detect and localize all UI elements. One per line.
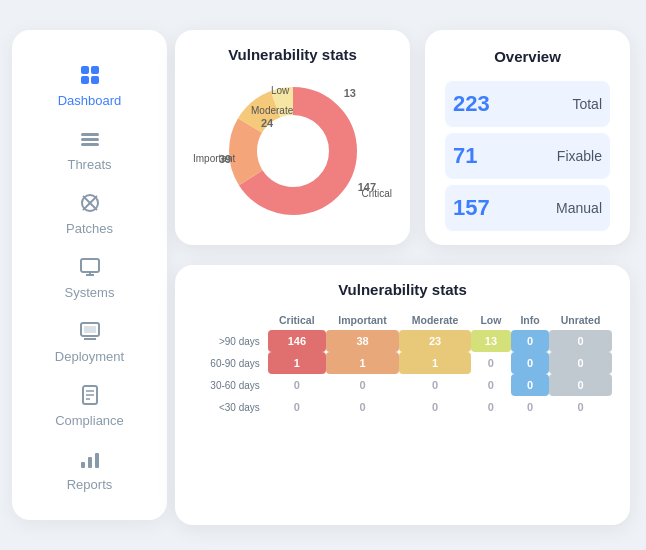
table-card-title: Vulnerability stats (193, 281, 612, 298)
cell-unrated-30: 0 (549, 396, 612, 418)
sidebar: Dashboard Threats Patches (12, 30, 167, 520)
table-row: >90 days 146 38 23 13 0 0 (193, 330, 612, 352)
overview-fixable-label: Fixable (557, 148, 602, 164)
compliance-icon (79, 384, 101, 409)
th-critical: Critical (268, 310, 326, 330)
systems-icon (79, 256, 101, 281)
table-row: <30 days 0 0 0 0 0 0 (193, 396, 612, 418)
dashboard-icon (79, 64, 101, 89)
overview-manual-row: 157 Manual (445, 185, 610, 231)
table-row: 30-60 days 0 0 0 0 0 0 (193, 374, 612, 396)
row-label-3060: 30-60 days (193, 374, 268, 396)
svg-rect-20 (81, 462, 85, 468)
svg-rect-10 (81, 259, 99, 272)
label-moderate: Moderate (251, 105, 293, 116)
svg-rect-3 (91, 76, 99, 84)
sidebar-item-compliance[interactable]: Compliance (12, 374, 167, 438)
svg-rect-5 (81, 138, 99, 141)
svg-point-27 (273, 131, 313, 171)
cell-important-90: 38 (326, 330, 400, 352)
sidebar-item-threats[interactable]: Threats (12, 118, 167, 182)
cell-important-3060: 0 (326, 374, 400, 396)
patches-icon (79, 192, 101, 217)
overview-fixable-row: 71 Fixable (445, 133, 610, 179)
cell-low-90: 13 (471, 330, 511, 352)
svg-rect-2 (81, 76, 89, 84)
overview-card: Overview 223 Total 71 Fixable 157 Manual (425, 30, 630, 245)
donut-chart-area: Low Moderate Important Critical 13 24 39… (191, 73, 394, 228)
sidebar-item-patches[interactable]: Patches (12, 182, 167, 246)
sidebar-label-patches: Patches (66, 221, 113, 236)
cell-important-30: 0 (326, 396, 400, 418)
sidebar-label-threats: Threats (67, 157, 111, 172)
overview-total-number: 223 (453, 91, 490, 117)
sidebar-item-deployment[interactable]: Deployment (12, 310, 167, 374)
cell-moderate-30: 0 (399, 396, 470, 418)
overview-fixable-number: 71 (453, 143, 477, 169)
cell-low-30: 0 (471, 396, 511, 418)
svg-rect-4 (81, 133, 99, 136)
cell-important-6090: 1 (326, 352, 400, 374)
cell-critical-3060: 0 (268, 374, 326, 396)
svg-rect-6 (81, 143, 99, 146)
cell-info-90: 0 (511, 330, 549, 352)
row-label-30: <30 days (193, 396, 268, 418)
sidebar-item-systems[interactable]: Systems (12, 246, 167, 310)
overview-title: Overview (445, 48, 610, 65)
threats-icon (79, 128, 101, 153)
sidebar-item-dashboard[interactable]: Dashboard (12, 54, 167, 118)
th-moderate: Moderate (399, 310, 470, 330)
vulnerability-table: Critical Important Moderate Low Info Unr… (193, 310, 612, 418)
cell-unrated-3060: 0 (549, 374, 612, 396)
deployment-icon (79, 320, 101, 345)
row-label-6090: 60-90 days (193, 352, 268, 374)
sidebar-label-deployment: Deployment (55, 349, 124, 364)
cell-unrated-90: 0 (549, 330, 612, 352)
value-critical: 147 (358, 181, 376, 193)
donut-card-title: Vulnerability stats (191, 46, 394, 63)
overview-manual-number: 157 (453, 195, 490, 221)
sidebar-label-systems: Systems (65, 285, 115, 300)
sidebar-label-reports: Reports (67, 477, 113, 492)
reports-icon (79, 448, 101, 473)
cell-info-6090: 0 (511, 352, 549, 374)
cell-moderate-3060: 0 (399, 374, 470, 396)
cell-unrated-6090: 0 (549, 352, 612, 374)
overview-manual-label: Manual (556, 200, 602, 216)
svg-rect-14 (84, 326, 96, 333)
cell-low-6090: 0 (471, 352, 511, 374)
value-moderate: 24 (261, 117, 273, 129)
svg-rect-1 (91, 66, 99, 74)
th-empty (193, 310, 268, 330)
table-row: 60-90 days 1 1 1 0 0 0 (193, 352, 612, 374)
cell-info-30: 0 (511, 396, 549, 418)
svg-rect-0 (81, 66, 89, 74)
svg-rect-21 (88, 457, 92, 468)
main-container: Dashboard Threats Patches (0, 0, 646, 550)
cell-moderate-6090: 1 (399, 352, 470, 374)
cell-critical-30: 0 (268, 396, 326, 418)
th-low: Low (471, 310, 511, 330)
svg-rect-22 (95, 453, 99, 468)
cell-info-3060: 0 (511, 374, 549, 396)
th-unrated: Unrated (549, 310, 612, 330)
cell-low-3060: 0 (471, 374, 511, 396)
cell-moderate-90: 23 (399, 330, 470, 352)
th-important: Important (326, 310, 400, 330)
value-important: 39 (219, 153, 231, 165)
sidebar-label-compliance: Compliance (55, 413, 124, 428)
sidebar-label-dashboard: Dashboard (58, 93, 122, 108)
label-low: Low (271, 85, 289, 96)
row-label-90: >90 days (193, 330, 268, 352)
overview-total-label: Total (572, 96, 602, 112)
value-low: 13 (344, 87, 356, 99)
sidebar-item-reports[interactable]: Reports (12, 438, 167, 502)
th-info: Info (511, 310, 549, 330)
vulnerability-table-card: Vulnerability stats Critical Important M… (175, 265, 630, 525)
vulnerability-donut-card: Vulnerability stats Low Moderate Importa… (175, 30, 410, 245)
cell-critical-6090: 1 (268, 352, 326, 374)
cell-critical-90: 146 (268, 330, 326, 352)
overview-total-row: 223 Total (445, 81, 610, 127)
